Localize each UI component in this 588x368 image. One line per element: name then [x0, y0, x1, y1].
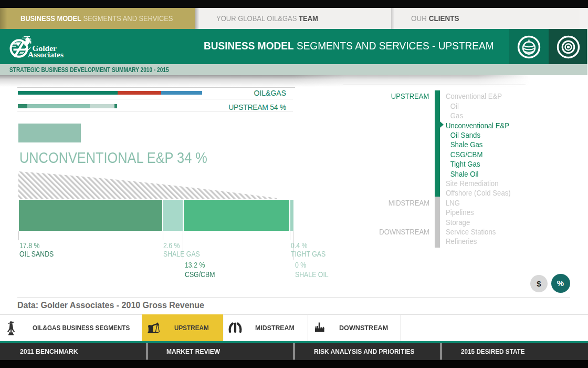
svg-text:Associates: Associates [28, 50, 64, 59]
